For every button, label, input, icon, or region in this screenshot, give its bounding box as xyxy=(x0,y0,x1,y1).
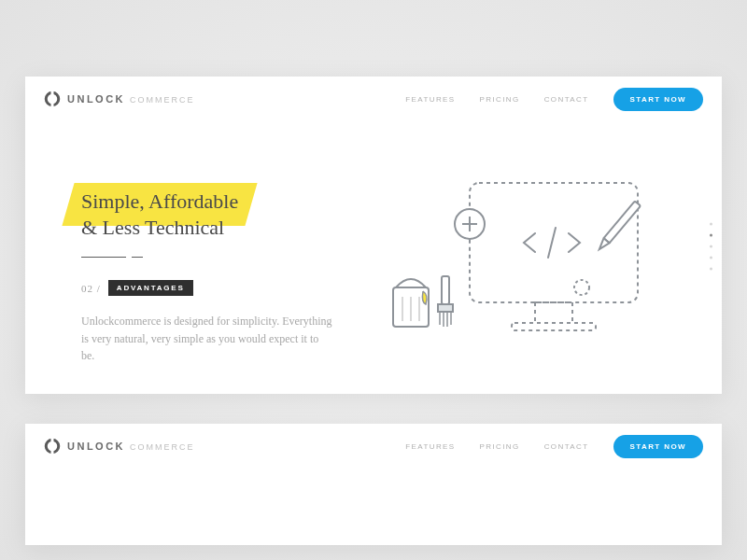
page-dot-4[interactable] xyxy=(710,257,712,259)
svg-rect-3 xyxy=(535,302,572,323)
nav-pricing[interactable]: PRICING xyxy=(480,442,520,451)
hero-section: Simple, Affordable & Less Technical 02 /… xyxy=(25,121,722,371)
slide-tag: ADVANTAGES xyxy=(108,280,193,296)
svg-rect-16 xyxy=(442,276,449,304)
svg-line-8 xyxy=(548,228,556,258)
brand-name: UNLOCK xyxy=(67,441,125,452)
page-dot-3[interactable] xyxy=(710,245,712,248)
nav-contact[interactable]: CONTACT xyxy=(544,95,589,104)
hero-card: UNLOCK COMMERCE FEATURES PRICING CONTACT… xyxy=(25,77,722,394)
brand-peek[interactable]: UNLOCK COMMERCE xyxy=(44,438,195,455)
brand[interactable]: UNLOCK COMMERCE xyxy=(44,91,195,107)
page-dot-5[interactable] xyxy=(710,268,712,271)
nav-pricing[interactable]: PRICING xyxy=(480,95,520,104)
brand-sub: COMMERCE xyxy=(130,95,195,105)
start-now-button[interactable]: START NOW xyxy=(613,88,703,111)
svg-rect-4 xyxy=(512,323,596,330)
nav-contact[interactable]: CONTACT xyxy=(544,442,589,451)
headline-line2: & Less Technical xyxy=(81,216,224,239)
top-nav: UNLOCK COMMERCE FEATURES PRICING CONTACT… xyxy=(25,77,722,121)
svg-marker-11 xyxy=(597,238,610,251)
brand-sub: COMMERCE xyxy=(130,442,195,452)
page-dot-2[interactable] xyxy=(710,234,712,237)
illustration xyxy=(386,166,666,371)
page-dot-1[interactable] xyxy=(710,223,712,226)
next-card-peek: UNLOCK COMMERCE FEATURES PRICING CONTACT… xyxy=(25,424,722,545)
svg-rect-10 xyxy=(604,201,641,243)
page-dots xyxy=(710,223,712,271)
svg-rect-1 xyxy=(51,91,54,107)
logo-icon xyxy=(44,438,61,455)
nav-features[interactable]: FEATURES xyxy=(405,95,455,104)
body-copy: Unlockcommerce is designed for simplicit… xyxy=(81,313,333,365)
slide-number: 02 / xyxy=(81,283,101,294)
headline-line1: Simple, Affordable xyxy=(81,189,238,213)
nav-features[interactable]: FEATURES xyxy=(405,442,455,451)
svg-rect-23 xyxy=(51,438,54,455)
logo-icon xyxy=(44,91,61,107)
start-now-button[interactable]: START NOW xyxy=(613,435,703,458)
slide-label: 02 / ADVANTAGES xyxy=(81,280,358,296)
svg-point-9 xyxy=(574,280,589,295)
headline: Simple, Affordable & Less Technical xyxy=(81,189,358,240)
top-nav-peek: UNLOCK COMMERCE FEATURES PRICING CONTACT… xyxy=(25,424,722,469)
svg-rect-2 xyxy=(470,183,638,302)
divider xyxy=(81,257,358,258)
svg-rect-17 xyxy=(438,304,453,312)
brand-name: UNLOCK xyxy=(67,93,125,105)
